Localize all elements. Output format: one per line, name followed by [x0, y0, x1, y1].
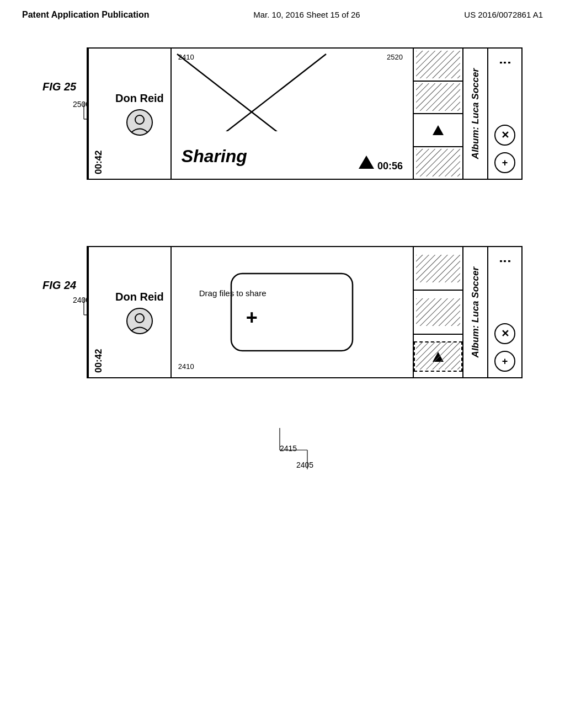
- actions-col-fig24[interactable]: ⋮ ✕ +: [488, 247, 521, 377]
- album-col: Album: Luca Soccer: [463, 49, 488, 179]
- drag-drop-border: [215, 257, 369, 367]
- svg-line-3: [177, 54, 326, 131]
- user-info-col-fig24: Don Reid: [109, 247, 172, 377]
- svg-point-2: [135, 115, 144, 124]
- svg-point-13: [135, 314, 144, 323]
- thumb-cell-f24-3: [414, 335, 462, 377]
- patent-date-sheet: Mar. 10, 2016 Sheet 15 of 26: [253, 10, 360, 19]
- hatch-f24-1: [416, 255, 460, 282]
- hatch-f24-2: [416, 298, 460, 326]
- patent-number: US 2016/0072861 A1: [464, 10, 543, 19]
- thumb-cell-1: [414, 49, 462, 82]
- plus-icon-drag: +: [246, 308, 258, 328]
- fig24-label: FIG 24: [42, 279, 76, 292]
- thumbnail-col: [414, 49, 463, 179]
- thumb-cell-f24-1: [414, 247, 462, 291]
- main-content-col-fig24: Drag files to share + 2410: [172, 247, 414, 377]
- three-dots-menu[interactable]: ⋮: [498, 54, 512, 67]
- callout-2520: 2520: [387, 53, 403, 61]
- time-display-fig24: 00:42: [88, 247, 109, 377]
- user-name: Don Reid: [115, 92, 164, 105]
- thumb-cell-f24-2: [414, 291, 462, 334]
- hatch-f24-3: [416, 342, 460, 370]
- sharing-label: Sharing: [182, 146, 247, 167]
- patent-title: Patent Application Publication: [22, 10, 150, 20]
- album-name: Album: Luca Soccer: [470, 68, 481, 159]
- svg-rect-6: [416, 51, 460, 78]
- callout-arrows-fig24: [252, 422, 363, 472]
- hatch-4: [416, 149, 460, 176]
- x-graphic: [172, 49, 337, 131]
- album-col-fig24: Album: Luca Soccer: [463, 247, 488, 377]
- thumbnail-col-fig24: [414, 247, 463, 377]
- callout-2410-fig25: 2410: [178, 53, 194, 61]
- svg-rect-18: [416, 298, 460, 326]
- thumb-cell-3: [414, 114, 462, 147]
- drag-text: Drag files to share: [199, 288, 266, 298]
- fig25-label: FIG 25: [42, 81, 76, 93]
- user-info-col: Don Reid: [109, 49, 172, 179]
- remove-button-fig24[interactable]: ✕: [494, 323, 515, 344]
- svg-line-4: [177, 54, 326, 131]
- album-name-fig24: Album: Luca Soccer: [470, 267, 481, 357]
- svg-rect-16: [416, 255, 460, 282]
- main-content-col: Sharing 00:56 2410 2520: [172, 49, 414, 179]
- add-button-fig24[interactable]: +: [494, 351, 515, 372]
- thumb-triangle: [433, 125, 444, 135]
- svg-rect-20: [416, 342, 460, 370]
- three-dots-menu-fig24[interactable]: ⋮: [498, 253, 512, 266]
- play-icon-overlay: [359, 156, 374, 171]
- user-name-fig24: Don Reid: [115, 291, 164, 303]
- time-overlay: 00:56: [377, 160, 403, 172]
- hatch-2: [416, 83, 460, 111]
- svg-rect-8: [416, 83, 460, 111]
- user-avatar: [126, 109, 153, 136]
- user-avatar-fig24: [126, 308, 153, 334]
- thumb-cell-2: [414, 82, 462, 115]
- time-display: 00:42: [88, 49, 109, 179]
- hatch-1: [416, 51, 460, 78]
- add-button[interactable]: +: [494, 152, 515, 173]
- remove-button[interactable]: ✕: [494, 125, 515, 146]
- svg-rect-10: [416, 149, 460, 176]
- callout-2410-fig24: 2410: [178, 362, 194, 371]
- drag-drop-area[interactable]: Drag files to share +: [172, 247, 413, 377]
- thumb-cell-4: [414, 147, 462, 179]
- actions-col[interactable]: ⋮ ✕ +: [488, 49, 521, 179]
